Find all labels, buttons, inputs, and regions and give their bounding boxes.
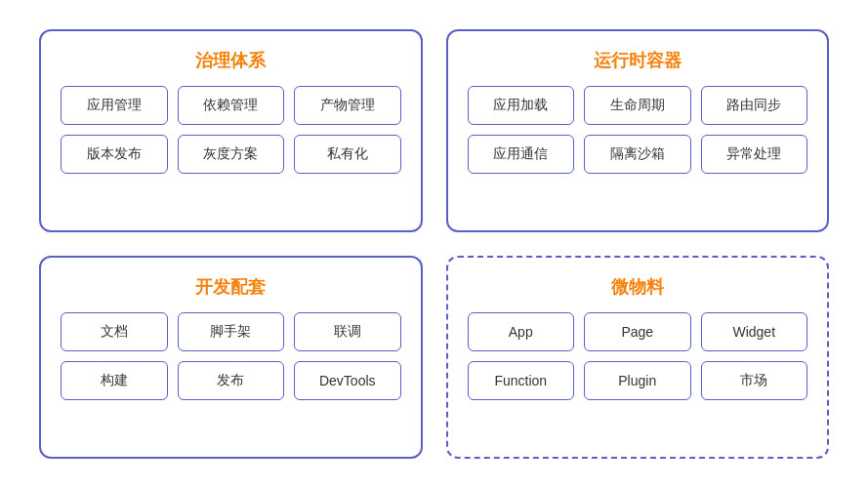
cell-governance-5: 私有化	[294, 135, 401, 174]
grid-devkit: 文档脚手架联调构建发布DevTools	[61, 312, 401, 400]
cell-runtime-2: 路由同步	[701, 86, 808, 125]
cell-micro-1: Page	[584, 312, 691, 351]
cell-devkit-1: 脚手架	[178, 312, 285, 351]
cell-governance-2: 产物管理	[294, 86, 401, 125]
cell-runtime-0: 应用加载	[468, 86, 575, 125]
cell-runtime-3: 应用通信	[468, 135, 575, 174]
panel-title-governance: 治理体系	[195, 49, 266, 72]
cell-governance-0: 应用管理	[61, 86, 168, 125]
cell-governance-1: 依赖管理	[178, 86, 285, 125]
grid-micro: AppPageWidgetFunctionPlugin市场	[468, 312, 808, 400]
panel-runtime: 运行时容器应用加载生命周期路由同步应用通信隔离沙箱异常处理	[446, 29, 830, 232]
cell-runtime-4: 隔离沙箱	[584, 135, 691, 174]
cell-micro-4: Plugin	[584, 361, 691, 400]
panel-devkit: 开发配套文档脚手架联调构建发布DevTools	[39, 256, 423, 459]
panel-title-devkit: 开发配套	[195, 275, 266, 299]
cell-runtime-5: 异常处理	[701, 135, 808, 174]
panel-title-runtime: 运行时容器	[594, 49, 682, 72]
cell-devkit-2: 联调	[294, 312, 401, 351]
panel-title-micro: 微物料	[611, 275, 664, 299]
cell-micro-0: App	[468, 312, 575, 351]
panel-governance: 治理体系应用管理依赖管理产物管理版本发布灰度方案私有化	[39, 29, 423, 232]
cell-governance-3: 版本发布	[61, 135, 168, 174]
cell-micro-2: Widget	[701, 312, 808, 351]
cell-devkit-4: 发布	[178, 361, 285, 400]
cell-micro-3: Function	[468, 361, 575, 400]
cell-runtime-1: 生命周期	[584, 86, 691, 125]
grid-runtime: 应用加载生命周期路由同步应用通信隔离沙箱异常处理	[468, 86, 808, 174]
cell-devkit-3: 构建	[61, 361, 168, 400]
grid-governance: 应用管理依赖管理产物管理版本发布灰度方案私有化	[61, 86, 401, 174]
cell-devkit-5: DevTools	[294, 361, 401, 400]
cell-devkit-0: 文档	[61, 312, 168, 351]
panel-micro: 微物料AppPageWidgetFunctionPlugin市场	[446, 256, 830, 459]
cell-micro-5: 市场	[701, 361, 808, 400]
cell-governance-4: 灰度方案	[178, 135, 285, 174]
main-container: 治理体系应用管理依赖管理产物管理版本发布灰度方案私有化运行时容器应用加载生命周期…	[0, 0, 868, 488]
